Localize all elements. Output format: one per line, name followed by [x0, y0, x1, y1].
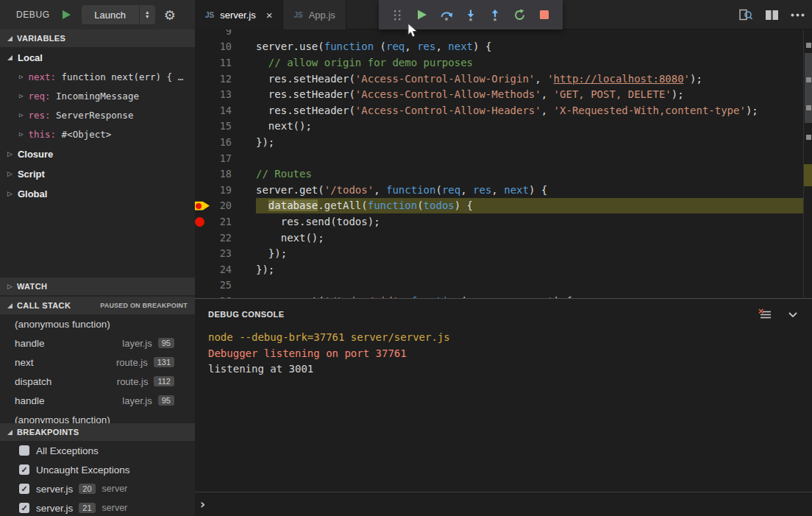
ruler-current-line-marker [804, 164, 812, 186]
code-text[interactable]: database.getAll(function(todos) { [256, 198, 812, 214]
code-text[interactable]: // Routes [256, 166, 812, 182]
code-line: 17 [195, 150, 812, 166]
breakpoint-gutter[interactable] [195, 230, 213, 246]
scope-label: Local [18, 52, 43, 63]
scrollbar-thumb[interactable] [805, 53, 812, 123]
chevron-down-icon[interactable] [787, 308, 799, 320]
code-text[interactable]: // allow origin for demo purposes [256, 54, 812, 71]
code-text[interactable]: res.send(todos); [256, 213, 812, 230]
split-editor-icon[interactable] [765, 10, 779, 21]
breakpoint-gutter[interactable] [195, 29, 213, 39]
code-text[interactable]: next(); [256, 119, 812, 135]
step-out-button[interactable] [486, 6, 504, 24]
launch-config-dropdown[interactable]: Launch ▲▼ [82, 5, 155, 24]
scope-label: Closure [18, 149, 53, 160]
stop-button[interactable] [535, 6, 553, 24]
gear-icon[interactable]: ⚙ [164, 7, 176, 23]
close-icon[interactable]: × [266, 9, 273, 21]
scope-local[interactable]: Local [0, 48, 195, 67]
breakpoint-gutter[interactable] [195, 150, 213, 166]
breakpoint-row[interactable]: All Exceptions [0, 441, 195, 460]
restart-button[interactable] [511, 6, 529, 24]
checkbox[interactable] [19, 445, 29, 456]
start-debug-icon[interactable] [62, 10, 71, 20]
checkbox[interactable]: ✓ [19, 484, 29, 494]
console-output[interactable]: node --debug-brk=37761 server/server.jsD… [195, 330, 812, 378]
code-text[interactable]: res.setHeader('Access-Control-Allow-Head… [256, 102, 812, 119]
breakpoint-gutter[interactable] [195, 166, 213, 182]
code-text[interactable]: server.get('/todos', function(req, res, … [256, 182, 812, 198]
line-number: 18 [213, 168, 232, 180]
checkbox[interactable]: ✓ [19, 464, 29, 475]
breakpoint-row[interactable]: ✓server.js21server [0, 498, 195, 516]
debug-sidebar: VARIABLES Local▷next: function next(err)… [0, 29, 195, 516]
breakpoint-gutter[interactable] [195, 198, 213, 214]
clear-console-icon[interactable] [758, 308, 772, 321]
code-text[interactable]: }); [256, 261, 812, 278]
code-text[interactable]: res.setHeader('Access-Control-Allow-Orig… [256, 71, 812, 87]
drag-handle[interactable] [388, 6, 406, 24]
current-statement-arrow-icon [195, 201, 210, 211]
more-actions-icon[interactable] [791, 13, 805, 17]
step-over-button[interactable] [438, 6, 455, 24]
find-icon[interactable] [739, 9, 753, 21]
code-text[interactable] [256, 29, 812, 39]
breakpoint-gutter[interactable] [195, 119, 213, 135]
line-number: 24 [213, 264, 232, 275]
editor-tab-bar: JSserver.js×JSApp.js [195, 0, 812, 29]
code-text[interactable]: next(); [256, 230, 812, 246]
scope-closure[interactable]: ▷Closure [0, 144, 195, 163]
line-number: 23 [213, 247, 232, 259]
breakpoints-section-header[interactable]: BREAKPOINTS [0, 423, 195, 441]
overview-ruler[interactable] [803, 29, 812, 298]
breakpoint-gutter[interactable] [195, 245, 213, 261]
code-text[interactable]: server.get('/todos/:id', function(req, r… [256, 293, 812, 298]
breakpoint-row[interactable]: ✓Uncaught Exceptions [0, 460, 195, 479]
stack-frame-row[interactable]: dispatchroute.js112 [0, 372, 195, 391]
breakpoint-gutter[interactable] [195, 71, 213, 87]
code-editor[interactable]: 910server.use(function (req, res, next) … [195, 29, 812, 298]
variable-row[interactable]: ▷req: IncomingMessage [0, 86, 195, 105]
scope-global[interactable]: ▷Global [0, 184, 195, 203]
variable-row[interactable]: ▷this: #<Object> [0, 124, 195, 144]
call-stack-section-header[interactable]: CALL STACK PAUSED ON BREAKPOINT [0, 297, 195, 314]
variable-value: ServerResponse [51, 110, 134, 121]
watch-section-header[interactable]: ▷ WATCH [0, 278, 195, 295]
code-text[interactable]: }); [256, 134, 812, 150]
tab-server.js[interactable]: JSserver.js× [195, 0, 283, 29]
console-input-row[interactable]: › [195, 492, 812, 516]
code-text[interactable] [256, 150, 812, 166]
tab-App.js[interactable]: JSApp.js [283, 0, 346, 29]
stack-frame-row[interactable]: handlelayer.js95 [0, 333, 195, 353]
variable-row[interactable]: ▷next: function next(err) { … [0, 67, 195, 86]
variable-row[interactable]: ▷res: ServerResponse [0, 105, 195, 124]
chevron-expanded-icon [7, 36, 13, 41]
continue-button[interactable] [413, 6, 430, 24]
step-into-button[interactable] [462, 6, 480, 24]
code-text[interactable] [256, 278, 812, 294]
breakpoint-gutter[interactable] [195, 278, 213, 294]
stack-frame-row[interactable]: nextroute.js131 [0, 353, 195, 372]
stack-frame-row[interactable]: (anonymous function) [0, 314, 195, 333]
checkbox[interactable]: ✓ [19, 503, 29, 513]
frame-file: route.js [116, 357, 148, 368]
code-text[interactable]: server.use(function (req, res, next) { [256, 39, 812, 55]
code-text[interactable]: res.setHeader('Access-Control-Allow-Meth… [256, 86, 812, 102]
breakpoint-gutter[interactable] [195, 134, 213, 150]
stack-frame-row[interactable]: handlelayer.js95 [0, 391, 195, 410]
breakpoint-gutter[interactable] [195, 86, 213, 102]
code-line: 26server.get('/todos/:id', function(req,… [195, 293, 812, 298]
breakpoint-gutter[interactable] [195, 54, 213, 71]
breakpoint-gutter[interactable] [195, 182, 213, 198]
variables-section-header[interactable]: VARIABLES [0, 29, 195, 47]
breakpoint-icon[interactable] [195, 217, 204, 227]
code-line: 10server.use(function (req, res, next) { [195, 39, 812, 55]
breakpoint-gutter[interactable] [195, 213, 213, 230]
breakpoint-gutter[interactable] [195, 293, 213, 298]
code-text[interactable]: }); [256, 245, 812, 261]
breakpoint-row[interactable]: ✓server.js20server [0, 479, 195, 498]
breakpoint-gutter[interactable] [195, 261, 213, 278]
breakpoint-gutter[interactable] [195, 39, 213, 55]
scope-script[interactable]: ▷Script [0, 164, 195, 183]
breakpoint-gutter[interactable] [195, 102, 213, 119]
